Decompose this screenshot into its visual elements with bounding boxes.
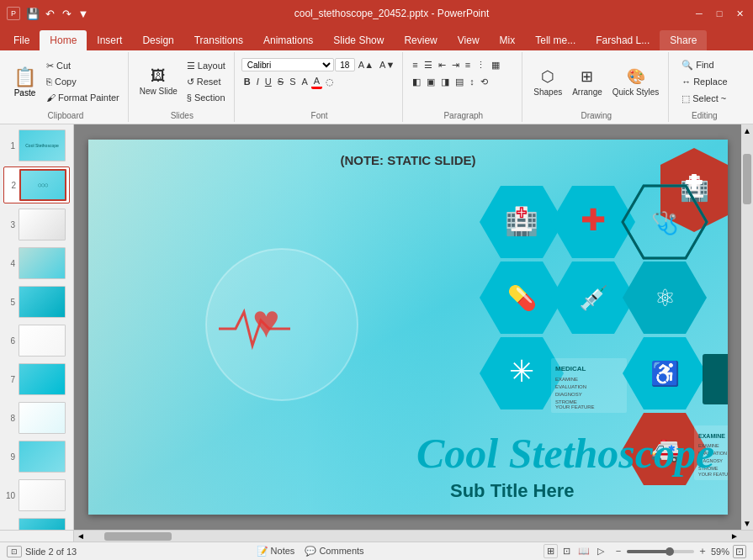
slide-canvas[interactable]: ♥ 🏥 🏥 ✚ 🩺 bbox=[88, 140, 728, 515]
find-button[interactable]: 🔍 Find bbox=[678, 57, 730, 72]
slide-thumb-5[interactable]: 5 bbox=[3, 284, 70, 320]
tab-animations[interactable]: Animations bbox=[253, 30, 323, 50]
slide-thumbnail-9[interactable] bbox=[19, 441, 66, 473]
columns-button[interactable]: ▦ bbox=[489, 57, 502, 72]
notes-button[interactable]: 📝 Notes bbox=[253, 545, 299, 557]
tab-home[interactable]: Home bbox=[40, 30, 87, 50]
align-right-button[interactable]: ◨ bbox=[438, 74, 452, 89]
copy-button[interactable]: ⎘ Copy bbox=[43, 74, 123, 89]
zoom-slider[interactable] bbox=[627, 550, 694, 553]
format-painter-button[interactable]: 🖌 Format Painter bbox=[43, 90, 123, 105]
clear-formatting-button[interactable]: ◌ bbox=[323, 74, 337, 89]
bold-button[interactable]: B bbox=[241, 74, 253, 89]
horizontal-scrollbar[interactable]: ◄ ► bbox=[74, 531, 741, 542]
minimize-button[interactable]: ─ bbox=[692, 7, 706, 20]
slide-thumb-11[interactable]: 11 bbox=[3, 516, 70, 530]
section-button[interactable]: § Section bbox=[183, 90, 229, 105]
vertical-scrollbar[interactable]: ▲ ▼ bbox=[741, 124, 753, 530]
italic-button[interactable]: I bbox=[254, 74, 262, 89]
tab-view[interactable]: View bbox=[448, 30, 490, 50]
align-text-button[interactable]: ≡ bbox=[463, 57, 473, 72]
text-direction-button[interactable]: ⟲ bbox=[478, 74, 491, 89]
zoom-handle[interactable] bbox=[666, 547, 674, 556]
slide-panel[interactable]: 1 Cool Stethoscope 2 ⬡⬡⬡ 3 4 5 6 bbox=[0, 124, 74, 530]
slide-thumbnail-4[interactable] bbox=[19, 247, 66, 279]
font-color-button[interactable]: A bbox=[311, 74, 322, 89]
slide-thumb-4[interactable]: 4 bbox=[3, 246, 70, 281]
smart-art-button[interactable]: ⋮ bbox=[474, 57, 488, 72]
line-spacing-button[interactable]: ↕ bbox=[467, 74, 477, 89]
zoom-out-button[interactable]: － bbox=[613, 544, 623, 558]
arrange-button[interactable]: ⊞ Arrange bbox=[568, 57, 607, 106]
reset-button[interactable]: ↺ Reset bbox=[183, 74, 229, 89]
slide-thumbnail-2[interactable]: ⬡⬡⬡ bbox=[19, 169, 66, 201]
fit-to-window-button[interactable]: ⊡ bbox=[733, 545, 746, 558]
normal-view-button[interactable]: ⊞ bbox=[544, 544, 558, 558]
scroll-down-button[interactable]: ▼ bbox=[741, 517, 753, 530]
strikethrough-button[interactable]: S bbox=[275, 74, 286, 89]
slide-thumb-6[interactable]: 6 bbox=[3, 323, 70, 358]
slide-thumbnail-1[interactable]: Cool Stethoscope bbox=[19, 129, 66, 161]
select-button[interactable]: ⬚ Select ~ bbox=[678, 91, 730, 106]
slide-thumb-2[interactable]: 2 ⬡⬡⬡ bbox=[3, 166, 70, 203]
comments-button[interactable]: 💬 Comments bbox=[301, 545, 367, 557]
slide-thumb-8[interactable]: 8 bbox=[3, 400, 70, 436]
tab-file[interactable]: File bbox=[3, 30, 40, 50]
reading-view-button[interactable]: 📖 bbox=[575, 545, 592, 557]
cut-button[interactable]: ✂ Cut bbox=[43, 58, 123, 73]
slide-thumbnail-11[interactable] bbox=[19, 518, 66, 530]
align-left-button[interactable]: ◧ bbox=[410, 74, 423, 89]
redo-button[interactable]: ↷ bbox=[59, 6, 74, 21]
slide-sorter-button[interactable]: ⊡ bbox=[560, 545, 573, 557]
tab-mix[interactable]: Mix bbox=[490, 30, 526, 50]
numbered-list-button[interactable]: ☰ bbox=[422, 57, 435, 72]
paste-button[interactable]: 📋 Paste bbox=[8, 57, 41, 106]
tab-design[interactable]: Design bbox=[132, 30, 183, 50]
slideshow-view-button[interactable]: ▷ bbox=[595, 545, 607, 557]
tab-insert[interactable]: Insert bbox=[87, 30, 132, 50]
tab-share[interactable]: Share bbox=[660, 30, 707, 50]
slide-view-icon[interactable]: ⊡ bbox=[7, 546, 22, 557]
shadow-button[interactable]: S bbox=[287, 74, 298, 89]
increase-indent-button[interactable]: ⇥ bbox=[449, 57, 462, 72]
slide-thumb-10[interactable]: 10 bbox=[3, 478, 70, 513]
slide-thumbnail-5[interactable] bbox=[19, 286, 66, 318]
bullet-list-button[interactable]: ≡ bbox=[410, 57, 420, 72]
slide-thumbnail-6[interactable] bbox=[19, 325, 66, 357]
h-scroll-thumb[interactable] bbox=[104, 532, 172, 541]
slide-thumb-3[interactable]: 3 bbox=[3, 207, 70, 242]
slide-thumbnail-3[interactable] bbox=[19, 209, 66, 240]
decrease-indent-button[interactable]: ⇤ bbox=[436, 57, 448, 72]
slide-thumbnail-8[interactable] bbox=[19, 402, 66, 434]
tab-transitions[interactable]: Transitions bbox=[184, 30, 253, 50]
customize-qat-button[interactable]: ▼ bbox=[76, 6, 91, 21]
tab-tell-me[interactable]: Tell me... bbox=[525, 30, 586, 50]
slide-thumb-1[interactable]: 1 Cool Stethoscope bbox=[3, 128, 70, 163]
slide-thumb-9[interactable]: 9 bbox=[3, 439, 70, 474]
scroll-right-button[interactable]: ► bbox=[728, 531, 741, 541]
new-slide-button[interactable]: 🖼 New Slide bbox=[135, 57, 182, 106]
justify-button[interactable]: ▤ bbox=[453, 74, 466, 89]
undo-button[interactable]: ↶ bbox=[42, 6, 57, 21]
tab-user[interactable]: Farshad L... bbox=[586, 30, 660, 50]
maximize-button[interactable]: □ bbox=[713, 7, 726, 20]
font-size-input[interactable] bbox=[335, 58, 355, 71]
scroll-up-button[interactable]: ▲ bbox=[741, 124, 753, 137]
underline-button[interactable]: U bbox=[262, 74, 274, 89]
zoom-in-button[interactable]: ＋ bbox=[697, 544, 708, 558]
tab-slideshow[interactable]: Slide Show bbox=[323, 30, 394, 50]
scroll-left-button[interactable]: ◄ bbox=[74, 531, 87, 541]
quick-styles-button[interactable]: 🎨 Quick Styles bbox=[608, 57, 664, 106]
align-center-button[interactable]: ▣ bbox=[424, 74, 437, 89]
increase-font-button[interactable]: A▲ bbox=[356, 57, 376, 72]
close-button[interactable]: ✕ bbox=[733, 7, 746, 20]
shapes-button[interactable]: ⬡ Shapes bbox=[529, 57, 566, 106]
decrease-font-button[interactable]: A▼ bbox=[377, 57, 397, 72]
save-button[interactable]: 💾 bbox=[25, 6, 40, 21]
tab-review[interactable]: Review bbox=[394, 30, 447, 50]
slide-thumb-7[interactable]: 7 bbox=[3, 362, 70, 397]
char-spacing-button[interactable]: A bbox=[299, 74, 310, 89]
scroll-thumb[interactable] bbox=[743, 154, 751, 204]
font-name-select[interactable]: Calibri bbox=[241, 58, 334, 71]
layout-button[interactable]: ☰ Layout bbox=[183, 58, 229, 73]
